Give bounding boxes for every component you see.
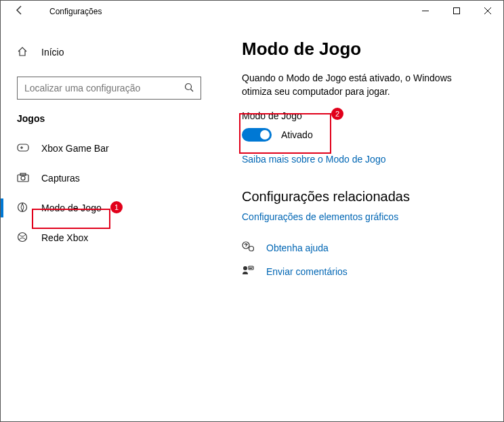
nav-item-xboxnet[interactable]: Rede Xbox (1, 223, 217, 253)
section-label: Jogos (1, 113, 217, 124)
feedback-label: Enviar comentários (266, 266, 348, 277)
minimize-button[interactable] (410, 1, 441, 21)
xboxnet-icon (17, 232, 33, 245)
close-button[interactable] (472, 1, 503, 21)
back-icon[interactable] (12, 5, 28, 18)
nav-item-gamemode[interactable]: Modo de Jogo (1, 193, 217, 223)
svg-rect-1 (454, 8, 460, 14)
search-icon (184, 83, 194, 94)
page-title: Modo de Jogo (242, 39, 482, 60)
gamemode-toggle[interactable] (242, 128, 272, 142)
toggle-block: Modo de Jogo Ativado (242, 110, 482, 142)
home-icon (17, 46, 33, 59)
main-panel: Modo de Jogo Quando o Modo de Jogo está … (217, 22, 503, 421)
window-controls (410, 1, 503, 21)
toggle-knob (260, 130, 270, 140)
svg-point-4 (186, 83, 192, 89)
svg-point-15 (249, 247, 254, 251)
nav-label: Modo de Jogo (41, 203, 102, 213)
captures-icon (17, 173, 33, 184)
related-link[interactable]: Configurações de elementos gráficos (242, 211, 398, 222)
sidebar: Início Jogos Xbox Game Bar Ca (1, 22, 217, 421)
gamemode-icon (17, 202, 33, 215)
nav-label: Capturas (41, 173, 80, 184)
nav-label: Xbox Game Bar (41, 143, 109, 154)
help-icon (242, 241, 258, 254)
feedback-link[interactable]: Enviar comentários (242, 265, 482, 278)
toggle-state: Ativado (281, 129, 313, 140)
home-link[interactable]: Início (1, 39, 217, 66)
svg-point-11 (21, 176, 25, 180)
description: Quando o Modo de Jogo está ativado, o Wi… (242, 72, 482, 98)
nav-item-gamebar[interactable]: Xbox Game Bar (1, 133, 217, 163)
help-label: Obtenha ajuda (266, 242, 329, 253)
learn-more-link[interactable]: Saiba mais sobre o Modo de Jogo (242, 154, 385, 165)
svg-point-13 (18, 232, 27, 241)
help-link[interactable]: Obtenha ajuda (242, 241, 482, 254)
toggle-title: Modo de Jogo (242, 110, 482, 121)
svg-line-5 (191, 89, 194, 91)
maximize-button[interactable] (441, 1, 472, 21)
nav-item-captures[interactable]: Capturas (1, 163, 217, 193)
window-title: Configurações (49, 7, 102, 16)
home-label: Início (41, 47, 64, 58)
search-input[interactable] (17, 77, 201, 100)
svg-point-16 (243, 266, 247, 270)
related-heading: Configurações relacionadas (242, 189, 482, 205)
nav-list: Xbox Game Bar Capturas Modo de Jogo Rede… (1, 133, 217, 253)
gamebar-icon (17, 143, 33, 154)
search-field[interactable] (24, 83, 184, 93)
feedback-icon (242, 265, 258, 278)
nav-label: Rede Xbox (41, 232, 88, 243)
